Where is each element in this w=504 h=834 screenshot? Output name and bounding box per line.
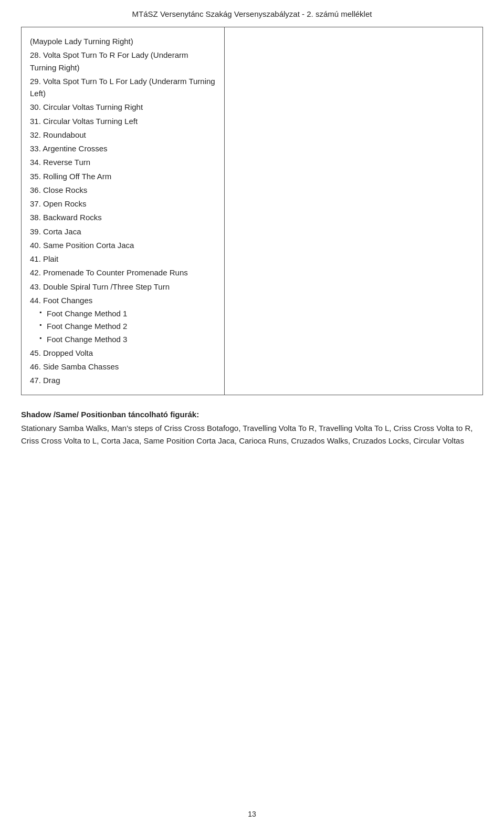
page-number: 13 [248, 810, 256, 818]
list-item-45: 45. Dropped Volta [30, 347, 216, 359]
header-title: MTáSZ Versenytánc Szakág Versenyszabályz… [132, 9, 372, 18]
shadow-title: Shadow /Same/ Positionban táncolható fig… [21, 410, 483, 419]
list-item-39: 39. Corta Jaca [30, 225, 216, 238]
list-item-29: 29. Volta Spot Turn To L For Lady (Under… [30, 75, 216, 100]
right-column [224, 27, 482, 395]
left-column: (Maypole Lady Turning Right) 28. Volta S… [22, 27, 225, 395]
list-content: (Maypole Lady Turning Right) 28. Volta S… [30, 32, 216, 390]
content-table: (Maypole Lady Turning Right) 28. Volta S… [21, 27, 483, 395]
main-content: (Maypole Lady Turning Right) 28. Volta S… [0, 27, 504, 395]
page-header: MTáSZ Versenytánc Szakág Versenyszabályz… [0, 0, 504, 24]
list-item-47: 47. Drag [30, 374, 216, 386]
list-item-46: 46. Side Samba Chasses [30, 361, 216, 373]
shadow-text: Stationary Samba Walks, Man's steps of C… [21, 422, 483, 447]
foot-change-method-3: Foot Change Method 3 [39, 333, 216, 345]
list-item-36: 36. Close Rocks [30, 184, 216, 196]
foot-change-method-1: Foot Change Method 1 [39, 307, 216, 320]
foot-changes-list: Foot Change Method 1 Foot Change Method … [30, 307, 216, 345]
maypole-note: (Maypole Lady Turning Right) [30, 35, 216, 47]
list-item-42: 42. Promenade To Counter Promenade Runs [30, 266, 216, 279]
list-item-40: 40. Same Position Corta Jaca [30, 239, 216, 251]
list-item-37: 37. Open Rocks [30, 198, 216, 210]
list-item-43: 43. Double Spiral Turn /Three Step Turn [30, 281, 216, 293]
list-item-41: 41. Plait [30, 253, 216, 265]
list-item-33: 33. Argentine Crosses [30, 142, 216, 155]
list-item-30: 30. Circular Voltas Turning Right [30, 101, 216, 113]
page-footer: 13 [0, 810, 504, 818]
list-item-35: 35. Rolling Off The Arm [30, 170, 216, 182]
list-item-44: 44. Foot Changes Foot Change Method 1 Fo… [30, 294, 216, 345]
foot-change-method-2: Foot Change Method 2 [39, 320, 216, 332]
list-item-31: 31. Circular Voltas Turning Left [30, 115, 216, 127]
list-item-32: 32. Roundabout [30, 129, 216, 141]
shadow-section: Shadow /Same/ Positionban táncolható fig… [0, 410, 504, 447]
list-item-38: 38. Backward Rocks [30, 211, 216, 223]
list-item-34: 34. Reverse Turn [30, 156, 216, 168]
list-item-28: 28. Volta Spot Turn To R For Lady (Under… [30, 49, 216, 74]
